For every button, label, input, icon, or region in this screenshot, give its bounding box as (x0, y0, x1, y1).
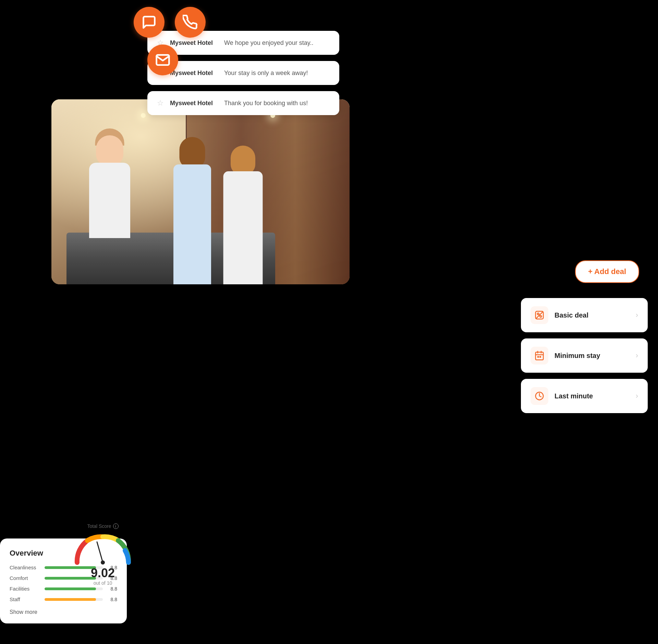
overview-row-staff: Staff 8.8 (10, 596, 117, 602)
score-number: 9.02 (91, 566, 115, 580)
add-deal-button[interactable]: + Add deal (575, 260, 639, 283)
svg-point-3 (540, 315, 541, 317)
deal-cards: Basic deal › Minimum stay › Last minute (521, 298, 648, 413)
gauge-section: Total Score i 9.02 out of 10 (69, 523, 137, 586)
floating-action-buttons (134, 7, 206, 38)
facilities-label: Facilities (10, 586, 40, 592)
comfort-label: Comfort (10, 575, 40, 581)
total-score-label: Total Score i (87, 523, 118, 529)
cleanliness-label: Cleanliness (10, 565, 40, 570)
last-minute-icon (531, 387, 548, 405)
star-icon-3: ☆ (157, 99, 164, 108)
overview-row-facilities: Facilities 8.8 (10, 586, 117, 592)
hotel-image (51, 99, 350, 284)
svg-point-1 (101, 560, 105, 565)
svg-rect-11 (540, 357, 541, 358)
last-minute-card[interactable]: Last minute › (521, 379, 648, 413)
staff-bar (45, 598, 103, 601)
staff-fill (45, 598, 96, 601)
svg-line-0 (97, 542, 103, 562)
minimum-stay-card[interactable]: Minimum stay › (521, 338, 648, 373)
svg-rect-10 (538, 357, 539, 358)
svg-rect-6 (536, 352, 544, 360)
email-subject-2: Your stay is only a week away! (224, 70, 308, 77)
email-subject-3: Thank you for booking with us! (224, 100, 308, 107)
facilities-value: 8.8 (107, 586, 117, 592)
info-icon: i (113, 523, 119, 529)
mail-button[interactable] (147, 45, 178, 75)
minimum-stay-chevron[interactable]: › (636, 351, 638, 360)
facilities-bar (45, 587, 103, 590)
facilities-fill (45, 587, 96, 590)
email-card-3[interactable]: ☆ Mysweet Hotel Thank you for booking wi… (147, 91, 339, 115)
basic-deal-chevron[interactable]: › (636, 311, 638, 320)
basic-deal-icon (531, 306, 548, 324)
staff-value: 8.8 (107, 597, 117, 602)
email-sender-2: Mysweet Hotel (170, 70, 218, 77)
score-display: 9.02 out of 10 (91, 566, 115, 586)
email-sender-3: Mysweet Hotel (170, 100, 218, 107)
basic-deal-card[interactable]: Basic deal › (521, 298, 648, 332)
staff-label: Staff (10, 596, 40, 602)
email-sender-1: Mysweet Hotel (170, 39, 218, 47)
last-minute-label: Last minute (555, 392, 630, 400)
email-subject-1: We hope you enjoyed your stay.. (224, 39, 314, 47)
minimum-stay-label: Minimum stay (555, 352, 630, 360)
gauge-chart (72, 532, 134, 569)
call-button[interactable] (175, 7, 206, 38)
minimum-stay-icon (531, 347, 548, 364)
svg-point-2 (537, 313, 539, 315)
chat-button[interactable] (134, 7, 164, 38)
basic-deal-label: Basic deal (555, 311, 630, 319)
email-notifications: ☆ Mysweet Hotel We hope you enjoyed your… (147, 31, 339, 115)
score-out-of: out of 10 (91, 580, 115, 586)
last-minute-chevron[interactable]: › (636, 392, 638, 400)
show-more-button[interactable]: Show more (10, 609, 37, 615)
